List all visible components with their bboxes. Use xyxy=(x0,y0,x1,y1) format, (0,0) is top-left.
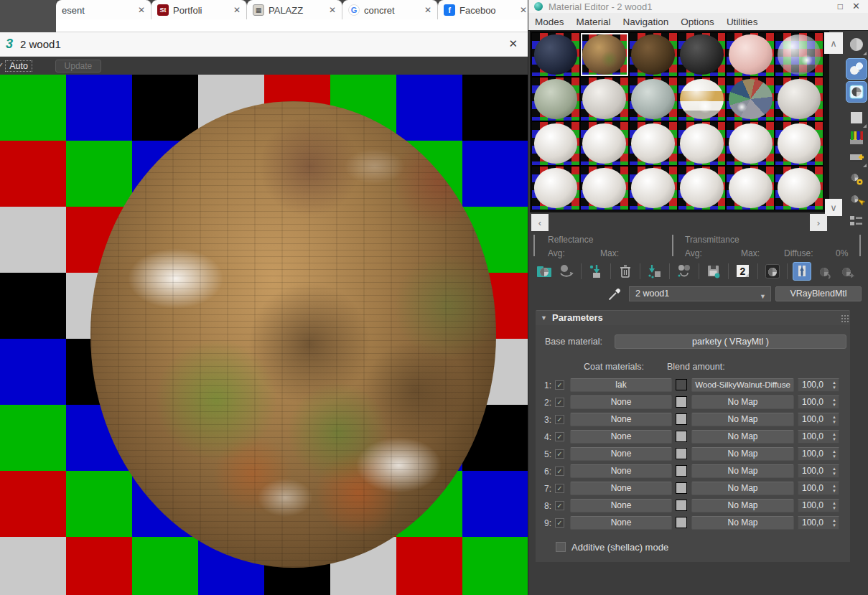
make-unique-icon[interactable] xyxy=(675,262,694,281)
background-icon[interactable] xyxy=(846,81,867,103)
coat-enable-checkbox[interactable]: ✓ xyxy=(555,432,564,441)
tab-close-icon[interactable]: ✕ xyxy=(520,5,527,15)
tab-close-icon[interactable]: ✕ xyxy=(424,5,431,15)
spinner-arrows-icon[interactable]: ▲▼ xyxy=(830,431,839,443)
material-sample-slot[interactable] xyxy=(727,167,774,210)
blend-map-button[interactable]: No Map xyxy=(691,413,794,426)
blend-color-swatch[interactable] xyxy=(676,517,687,528)
material-sample-slot[interactable] xyxy=(581,78,628,121)
close-icon[interactable]: ✕ xyxy=(852,1,860,11)
material-sample-slot[interactable] xyxy=(678,122,726,165)
material-sample-slot[interactable] xyxy=(727,33,774,76)
go-to-parent-icon[interactable] xyxy=(815,262,834,281)
material-sample-slot[interactable] xyxy=(532,78,579,121)
coat-material-button[interactable]: lak xyxy=(570,378,672,392)
material-sample-slot[interactable] xyxy=(775,167,823,210)
put-to-library-icon[interactable] xyxy=(704,262,723,281)
blend-color-swatch[interactable] xyxy=(676,482,687,494)
browser-tab[interactable]: ▦PALAZZ✕ xyxy=(247,0,342,20)
material-map-navigator-icon[interactable] xyxy=(846,210,867,232)
coat-material-button[interactable]: None xyxy=(570,464,672,478)
additive-shellac-checkbox[interactable] xyxy=(556,542,566,552)
coat-material-button[interactable]: None xyxy=(570,447,672,461)
coat-enable-checkbox[interactable]: ✓ xyxy=(555,501,564,510)
browser-tab[interactable]: fFaceboo✕ xyxy=(438,0,533,20)
material-sample-slot[interactable] xyxy=(775,122,823,165)
material-id-channel-icon[interactable]: 2 xyxy=(734,262,752,281)
maximize-icon[interactable]: □ xyxy=(838,1,843,11)
blend-map-button[interactable]: No Map xyxy=(691,430,794,444)
coat-enable-checkbox[interactable]: ✓ xyxy=(555,380,564,390)
select-by-material-icon[interactable] xyxy=(846,189,867,211)
slots-scroll-left-button[interactable]: ‹ xyxy=(531,214,549,231)
reset-material-icon[interactable] xyxy=(616,262,635,281)
slots-scroll-up-button[interactable]: ∧ xyxy=(824,32,843,54)
parameters-rollout-header[interactable]: ▼ Parameters xyxy=(536,310,850,325)
material-name-dropdown[interactable]: 2 wood1 ▼ xyxy=(629,286,771,301)
material-sample-slot[interactable] xyxy=(630,167,677,210)
blend-map-button[interactable]: No Map xyxy=(691,464,794,478)
sample-uv-tiling-icon[interactable] xyxy=(846,107,867,128)
backlight-icon[interactable] xyxy=(846,58,867,80)
assign-material-to-selection-icon[interactable] xyxy=(587,262,605,281)
coat-material-button[interactable]: None xyxy=(570,413,672,426)
make-preview-icon[interactable] xyxy=(846,146,867,168)
coat-enable-checkbox[interactable]: ✓ xyxy=(555,484,564,493)
material-sample-slot[interactable] xyxy=(775,33,823,76)
material-sample-slot[interactable] xyxy=(630,122,677,165)
coat-enable-checkbox[interactable]: ✓ xyxy=(555,415,564,424)
spinner-arrows-icon[interactable]: ▲▼ xyxy=(830,396,839,408)
make-material-copy-icon[interactable] xyxy=(645,262,664,281)
material-sample-slot[interactable] xyxy=(630,33,677,76)
blend-map-button[interactable]: No Map xyxy=(691,447,794,461)
tab-close-icon[interactable]: ✕ xyxy=(233,5,241,15)
blend-map-button[interactable]: Wood-SilkyWalnut-Diffuse xyxy=(691,378,794,392)
tab-close-icon[interactable]: ✕ xyxy=(329,5,336,15)
material-sample-slot[interactable] xyxy=(678,167,726,210)
blend-map-button[interactable]: No Map xyxy=(691,482,794,495)
show-shaded-in-viewport-icon[interactable] xyxy=(763,262,782,281)
blend-color-swatch[interactable] xyxy=(676,500,687,511)
coat-material-button[interactable]: None xyxy=(570,516,672,530)
spinner-arrows-icon[interactable]: ▲▼ xyxy=(830,517,839,529)
menu-navigation[interactable]: Navigation xyxy=(623,17,669,27)
put-material-to-scene-icon[interactable] xyxy=(557,262,576,281)
coat-enable-checkbox[interactable]: ✓ xyxy=(555,398,564,407)
blend-color-swatch[interactable] xyxy=(676,465,687,477)
browser-tab[interactable]: Gconcret✕ xyxy=(342,0,438,20)
blend-map-button[interactable]: No Map xyxy=(691,516,794,530)
spinner-arrows-icon[interactable]: ▲▼ xyxy=(830,500,839,512)
menu-options[interactable]: Options xyxy=(681,17,714,27)
material-sample-slot[interactable] xyxy=(678,78,726,121)
tab-close-icon[interactable]: ✕ xyxy=(138,5,145,15)
spinner-arrows-icon[interactable]: ▲▼ xyxy=(830,379,839,391)
material-sample-slot[interactable] xyxy=(775,78,823,121)
menu-material[interactable]: Material xyxy=(577,17,611,27)
update-button[interactable]: Update xyxy=(55,60,101,72)
coat-material-button[interactable]: None xyxy=(570,482,672,495)
coat-enable-checkbox[interactable]: ✓ xyxy=(555,518,564,528)
spinner-arrows-icon[interactable]: ▲▼ xyxy=(830,448,839,460)
material-sample-slot[interactable] xyxy=(532,167,579,210)
chevron-down-icon[interactable]: ▼ xyxy=(760,290,766,304)
slots-scroll-right-button[interactable]: › xyxy=(810,214,827,231)
blend-map-button[interactable]: No Map xyxy=(691,499,794,512)
browser-tab[interactable]: StPortfoli✕ xyxy=(151,0,247,20)
blend-color-swatch[interactable] xyxy=(676,396,687,408)
go-forward-to-sibling-icon[interactable] xyxy=(837,262,856,281)
spinner-arrows-icon[interactable]: ▲▼ xyxy=(830,482,839,495)
spinner-arrows-icon[interactable]: ▲▼ xyxy=(830,465,839,477)
material-sample-slot[interactable] xyxy=(727,78,774,121)
blend-color-swatch[interactable] xyxy=(676,431,687,442)
material-sample-slot[interactable] xyxy=(630,78,677,121)
render-window-titlebar[interactable]: 3 2 wood1 ✕ xyxy=(0,32,528,57)
browser-tab[interactable]: esent✕ xyxy=(56,0,151,20)
blend-color-swatch[interactable] xyxy=(676,448,687,459)
material-sample-slot[interactable] xyxy=(581,33,628,76)
sample-type-sphere-icon[interactable] xyxy=(846,34,867,56)
pick-material-eyedropper-icon[interactable] xyxy=(607,286,623,301)
base-material-button[interactable]: parkety ( VRayMtl ) xyxy=(615,334,846,349)
coat-material-button[interactable]: None xyxy=(570,430,672,444)
close-icon[interactable]: ✕ xyxy=(508,37,518,50)
material-sample-slot[interactable] xyxy=(678,33,726,76)
